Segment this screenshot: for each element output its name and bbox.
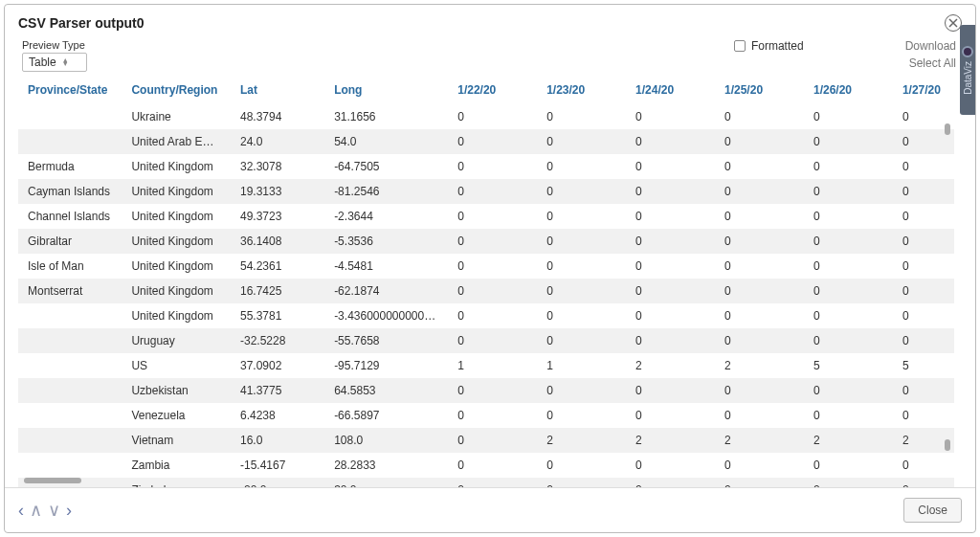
table-cell: 55.3781 bbox=[231, 303, 324, 328]
dataviz-tab[interactable]: DataViz bbox=[960, 25, 975, 115]
table-cell: 2 bbox=[715, 428, 804, 453]
modal-dialog: CSV Parser output0 Preview Type Table ▲▼… bbox=[4, 4, 976, 533]
column-header[interactable]: 1/22/20 bbox=[448, 78, 537, 104]
table-cell: 0 bbox=[715, 254, 804, 279]
table-cell: 2 bbox=[537, 428, 626, 453]
column-header[interactable]: 1/25/20 bbox=[715, 78, 804, 104]
table-cell: 0 bbox=[626, 328, 715, 353]
table-cell: 32.3078 bbox=[231, 154, 324, 179]
table-cell: 0 bbox=[448, 104, 537, 129]
table-cell: 2 bbox=[715, 353, 804, 378]
table-cell: 0 bbox=[893, 478, 954, 487]
table-cell: United Kingdom bbox=[122, 179, 231, 204]
table-cell: 19.3133 bbox=[231, 179, 324, 204]
table-cell: 0 bbox=[537, 453, 626, 478]
table-cell: 0 bbox=[715, 453, 804, 478]
table-cell: 0 bbox=[715, 154, 804, 179]
select-all-link[interactable]: Select All bbox=[909, 56, 956, 70]
table-cell: 0 bbox=[804, 104, 893, 129]
table-row[interactable]: MontserratUnited Kingdom16.7425-62.18740… bbox=[18, 279, 954, 303]
table-cell: 2 bbox=[626, 353, 715, 378]
table-cell: Venezuela bbox=[122, 403, 231, 428]
table-cell: Ukraine bbox=[122, 104, 231, 129]
table-cell: 0 bbox=[626, 403, 715, 428]
page-next-icon[interactable]: ∨ bbox=[48, 502, 60, 519]
table-cell: Uzbekistan bbox=[122, 378, 231, 403]
table-cell: 0 bbox=[626, 104, 715, 129]
table-cell: 0 bbox=[804, 204, 893, 229]
table-cell: 0 bbox=[537, 104, 626, 129]
column-header[interactable]: 1/27/20 bbox=[893, 78, 954, 104]
column-header[interactable]: Lat bbox=[231, 78, 324, 104]
table-row[interactable]: Venezuela6.4238-66.5897000000 bbox=[18, 403, 954, 428]
table-row[interactable]: Cayman IslandsUnited Kingdom19.3133-81.2… bbox=[18, 179, 954, 204]
table-row[interactable]: BermudaUnited Kingdom32.3078-64.75050000… bbox=[18, 154, 954, 179]
column-header[interactable]: Long bbox=[324, 78, 448, 104]
column-header[interactable]: 1/24/20 bbox=[626, 78, 715, 104]
table-cell: 0 bbox=[715, 229, 804, 254]
table-cell: 54.2361 bbox=[231, 254, 324, 279]
table-row[interactable]: Uruguay-32.5228-55.7658000000 bbox=[18, 328, 954, 353]
table-cell: 28.2833 bbox=[324, 453, 448, 478]
table-cell: Montserrat bbox=[18, 279, 122, 303]
table-cell: -55.7658 bbox=[324, 328, 448, 353]
table-cell: United Kingdom bbox=[122, 254, 231, 279]
table-cell: 0 bbox=[626, 453, 715, 478]
table-cell: 0 bbox=[537, 279, 626, 303]
table-cell: 0 bbox=[537, 303, 626, 328]
table-cell: 0 bbox=[448, 328, 537, 353]
table-cell bbox=[18, 353, 122, 378]
table-row[interactable]: Zimbabwe-20.030.0000000 bbox=[18, 478, 954, 487]
horizontal-scrollbar[interactable] bbox=[24, 478, 81, 483]
table-row[interactable]: United Arab Emira...24.054.0000000 bbox=[18, 129, 954, 154]
scroll-thumb[interactable] bbox=[945, 439, 950, 451]
column-header[interactable]: Province/State bbox=[18, 78, 122, 104]
page-first-icon[interactable]: ‹ bbox=[18, 502, 24, 519]
table-row[interactable]: US37.0902-95.7129112255 bbox=[18, 353, 954, 378]
preview-type-select[interactable]: Table ▲▼ bbox=[22, 53, 87, 72]
table-row[interactable]: Vietnam16.0108.0022222 bbox=[18, 428, 954, 453]
formatted-checkbox[interactable] bbox=[734, 40, 746, 52]
table-cell: Uruguay bbox=[122, 328, 231, 353]
download-link[interactable]: Download bbox=[905, 39, 956, 53]
table-cell: -81.2546 bbox=[324, 179, 448, 204]
table-row[interactable]: Ukraine48.379431.1656000000 bbox=[18, 104, 954, 129]
table-cell: 48.3794 bbox=[231, 104, 324, 129]
close-button[interactable]: Close bbox=[903, 498, 962, 523]
dataviz-label: DataViz bbox=[963, 61, 973, 95]
table-cell: 0 bbox=[448, 453, 537, 478]
table-cell: 0 bbox=[804, 378, 893, 403]
table-cell bbox=[18, 378, 122, 403]
table-cell: Channel Islands bbox=[18, 204, 122, 229]
table-cell: 0 bbox=[537, 229, 626, 254]
table-cell: Isle of Man bbox=[18, 254, 122, 279]
table-row[interactable]: GibraltarUnited Kingdom36.1408-5.3536000… bbox=[18, 229, 954, 254]
column-header[interactable]: Country/Region bbox=[122, 78, 231, 104]
table-cell: 0 bbox=[804, 229, 893, 254]
table-row[interactable]: Channel IslandsUnited Kingdom49.3723-2.3… bbox=[18, 204, 954, 229]
table-cell: -62.1874 bbox=[324, 279, 448, 303]
table-cell: United Kingdom bbox=[122, 279, 231, 303]
column-header[interactable]: 1/26/20 bbox=[804, 78, 893, 104]
toolbar: Preview Type Table ▲▼ Formatted Download… bbox=[5, 35, 975, 78]
scroll-thumb[interactable] bbox=[945, 123, 950, 135]
table-row[interactable]: Uzbekistan41.377564.5853000000 bbox=[18, 378, 954, 403]
table-row[interactable]: Isle of ManUnited Kingdom54.2361-4.54810… bbox=[18, 254, 954, 279]
table-cell: 0 bbox=[537, 403, 626, 428]
table-cell: 0 bbox=[804, 154, 893, 179]
page-prev-icon[interactable]: ∧ bbox=[30, 502, 42, 519]
table-cell: -32.5228 bbox=[231, 328, 324, 353]
modal-title: CSV Parser output0 bbox=[18, 15, 144, 31]
table-cell: 0 bbox=[804, 279, 893, 303]
table-cell: 0 bbox=[448, 279, 537, 303]
table-cell: 0 bbox=[715, 179, 804, 204]
table-row[interactable]: Zambia-15.416728.2833000000 bbox=[18, 453, 954, 478]
page-last-icon[interactable]: › bbox=[66, 502, 72, 519]
table-cell: Vietnam bbox=[122, 428, 231, 453]
column-header[interactable]: 1/23/20 bbox=[537, 78, 626, 104]
table-row[interactable]: United Kingdom55.3781-3.43600000000000..… bbox=[18, 303, 954, 328]
table-cell: 0 bbox=[626, 378, 715, 403]
table-cell: United Kingdom bbox=[122, 229, 231, 254]
vertical-scrollbar[interactable] bbox=[945, 123, 950, 470]
table-cell: 0 bbox=[448, 428, 537, 453]
